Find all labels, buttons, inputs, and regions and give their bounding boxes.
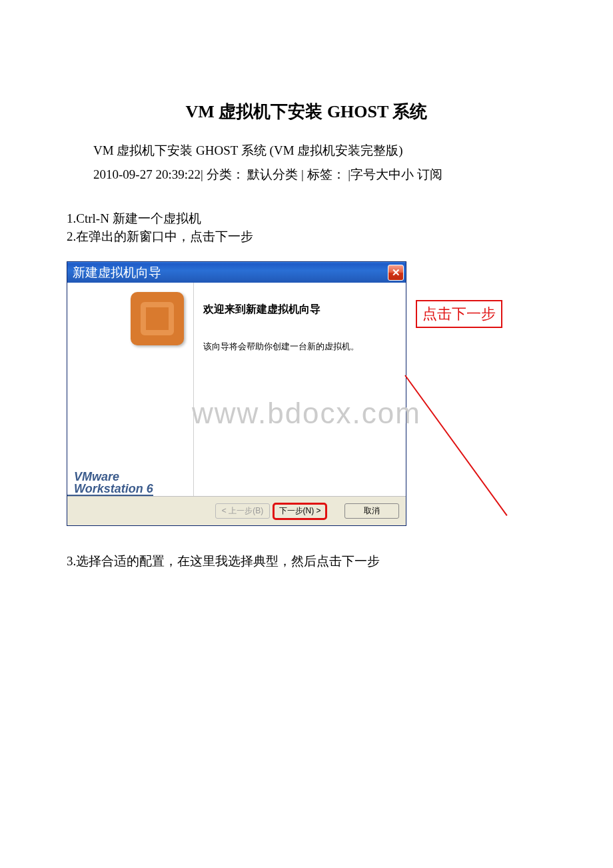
dialog-title-text: 新建虚拟机向导 (73, 264, 161, 281)
step2-text: 2.在弹出的新窗口中，点击下一步 (67, 228, 546, 246)
dialog-titlebar: 新建虚拟机向导 ✕ (67, 262, 406, 283)
close-icon: ✕ (392, 267, 400, 277)
brand-line2: Workstation 6 (67, 483, 153, 496)
wizard-description: 该向导将会帮助你创建一台新的虚拟机。 (203, 341, 396, 353)
next-button[interactable]: 下一步(N) > (273, 503, 327, 520)
wizard-dialog: 新建虚拟机向导 ✕ VMware Workst (67, 261, 406, 526)
brand-text: VMware Workstation 6 (67, 471, 193, 496)
step-list: 1.Ctrl-N 新建一个虚拟机 2.在弹出的新窗口中，点击下一步 (67, 210, 546, 245)
callout-label: 点击下一步 (416, 300, 502, 328)
vmware-logo-icon (131, 292, 184, 345)
dialog-annotated-row: 新建虚拟机向导 ✕ VMware Workst (67, 261, 546, 526)
wizard-heading: 欢迎来到新建虚拟机向导 (203, 303, 396, 317)
back-button: < 上一步(B) (215, 503, 270, 519)
step3-text: 3.选择合适的配置，在这里我选择典型，然后点击下一步 (67, 553, 546, 570)
close-button[interactable]: ✕ (388, 265, 404, 281)
dialog-left-panel: VMware Workstation 6 (67, 283, 194, 496)
step1-text: 1.Ctrl-N 新建一个虚拟机 (67, 210, 546, 228)
vm-logo-area (67, 283, 193, 345)
document-subtitle: VM 虚拟机下安装 GHOST 系统 (VM 虚拟机安装完整版) (93, 142, 546, 159)
dialog-right-panel: 欢迎来到新建虚拟机向导 该向导将会帮助你创建一台新的虚拟机。 (194, 283, 406, 496)
document-meta: 2010-09-27 20:39:22| 分类： 默认分类 | 标签： |字号大… (93, 166, 546, 183)
brand-line1: VMware (67, 471, 193, 483)
cancel-button[interactable]: 取消 (344, 503, 399, 519)
dialog-body: VMware Workstation 6 欢迎来到新建虚拟机向导 该向导将会帮助… (67, 283, 406, 496)
dialog-footer: < 上一步(B) 下一步(N) > 取消 (67, 496, 406, 525)
document-title: VM 虚拟机下安装 GHOST 系统 (67, 100, 546, 123)
